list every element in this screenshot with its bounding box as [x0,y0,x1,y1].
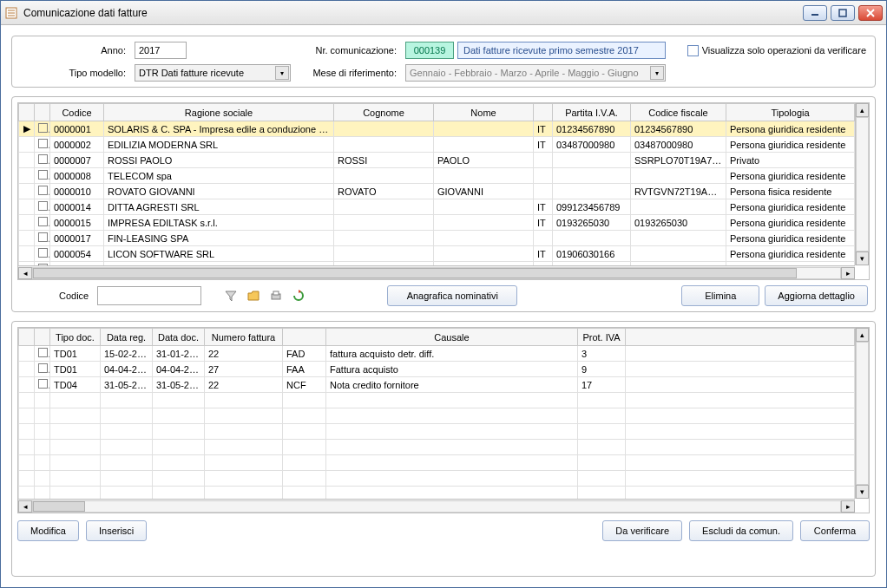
table-row[interactable]: TD0115-02-201731-01-201722FADfattura acq… [19,346,855,362]
row-indicator [19,137,35,153]
anno-input[interactable] [135,42,187,59]
table-row[interactable]: TD0431-05-201731-05-201722NCFNota credit… [19,377,855,393]
mese-select[interactable] [405,64,666,82]
scroll-up-icon[interactable]: ▴ [856,328,869,342]
table-row[interactable] [19,393,855,408]
chevron-down-icon[interactable]: ▾ [650,66,664,80]
nr-com-label: Nr. comunicazione: [296,45,400,56]
print-icon[interactable] [267,287,285,304]
elimina-button[interactable]: Elimina [681,285,759,306]
column-header[interactable]: Tipo doc. [50,329,101,346]
scroll-down-icon[interactable]: ▾ [856,485,869,499]
row-checkbox[interactable] [38,170,48,180]
window: Comunicazione dati fatture Anno: Nr. com… [0,0,887,588]
scroll-down-icon[interactable]: ▾ [856,252,869,265]
table-row[interactable]: 0000007ROSSI PAOLOROSSIPAOLOSSRPLO70T19A… [19,153,855,168]
table-row[interactable]: 0000017FIN-LEASING SPAPersona giuridica … [19,231,855,246]
column-header[interactable]: Data reg. [101,329,153,346]
table-row[interactable] [19,455,855,471]
row-checkbox[interactable] [38,154,48,164]
tipo-modello-select[interactable] [135,64,291,82]
codice-label: Codice [59,291,92,301]
column-header[interactable]: Numero fattura [205,329,283,346]
row-checkbox[interactable] [38,232,48,242]
column-header[interactable]: Ragione sociale [104,104,334,121]
modifica-button[interactable]: Modifica [17,520,79,541]
inserisci-button[interactable]: Inserisci [86,520,147,541]
codice-input[interactable] [97,286,201,305]
column-header[interactable]: Causale [326,329,578,346]
row-checkbox[interactable] [38,186,48,195]
chevron-down-icon[interactable]: ▾ [275,66,289,80]
row-checkbox[interactable] [38,201,48,211]
table-row[interactable]: 0000008TELECOM spaPersona giuridica resi… [19,168,855,184]
refresh-icon[interactable] [290,287,307,304]
column-header[interactable] [35,104,50,121]
table-row[interactable]: 0000015IMPRESA EDILTASK s.r.l.IT01932650… [19,215,855,231]
scroll-right-icon[interactable]: ▸ [841,267,855,279]
da-verificare-button[interactable]: Da verificare [602,520,682,541]
column-header[interactable] [626,329,855,346]
table-row[interactable]: 0000054LICON SOFTWARE SRLIT01906030166Pe… [19,246,855,262]
row-checkbox[interactable] [38,123,48,133]
column-header[interactable] [35,329,50,346]
column-header[interactable]: Prot. IVA [578,329,626,346]
scroll-left-icon[interactable]: ◂ [18,267,32,279]
row-indicator [19,153,35,168]
column-header[interactable]: Nome [434,104,534,121]
verify-checkbox[interactable] [687,45,699,56]
maximize-button[interactable] [831,5,855,21]
column-header[interactable] [534,104,553,121]
app-icon [4,6,18,20]
row-checkbox[interactable] [38,139,48,148]
scroll-up-icon[interactable]: ▴ [856,103,869,117]
table-row[interactable]: ▶0000001SOLARIS & C. SPA - Impresa edile… [19,121,855,137]
row-checkbox[interactable] [38,379,48,389]
row-indicator: ▶ [19,121,35,137]
table-row[interactable] [19,440,855,455]
vertical-scrollbar[interactable]: ▴ ▾ [855,103,869,265]
scroll-left-icon[interactable]: ◂ [18,500,32,513]
column-header[interactable]: Partita I.V.A. [553,104,631,121]
table-row[interactable]: 0000010ROVATO GIOVANNIROVATOGIOVANNIRVTG… [19,184,855,199]
column-header[interactable] [19,329,35,346]
column-header[interactable]: Codice fiscale [631,104,726,121]
table-row[interactable] [19,471,855,487]
column-header[interactable]: Tipologia [726,104,855,121]
footer-buttons: Modifica Inserisci Da verificare Escludi… [17,513,870,541]
detail-grid[interactable]: Tipo doc.Data reg.Data doc.Numero fattur… [17,327,870,513]
table-row[interactable] [19,487,855,500]
row-checkbox[interactable] [38,363,48,373]
filter-icon[interactable] [222,287,240,304]
filter-panel: Anno: Nr. comunicazione: 000139 Dati fat… [11,36,876,88]
minimize-button[interactable] [803,5,827,21]
row-checkbox[interactable] [38,348,48,357]
table-row[interactable]: 0000014DITTA AGRESTI SRLIT099123456789Pe… [19,199,855,215]
mese-label: Mese di riferimento: [296,68,400,78]
vertical-scrollbar[interactable]: ▴ ▾ [855,328,869,499]
main-grid[interactable]: CodiceRagione socialeCognomeNomePartita … [17,102,870,280]
horizontal-scrollbar[interactable]: ◂ ▸ [18,265,855,279]
aggiorna-button[interactable]: Aggiorna dettaglio [765,285,868,306]
row-checkbox[interactable] [38,217,48,226]
close-button[interactable] [858,5,883,21]
scroll-right-icon[interactable]: ▸ [841,500,855,513]
row-checkbox[interactable] [38,248,48,258]
verify-checkbox-wrap[interactable]: Visualizza solo operazioni da verificare [687,45,866,56]
column-header[interactable]: Data doc. [153,329,205,346]
column-header[interactable]: Cognome [334,104,434,121]
tipo-modello-label: Tipo modello: [21,68,129,78]
column-header[interactable] [283,329,326,346]
table-row[interactable] [19,408,855,424]
column-header[interactable] [19,104,35,121]
table-row[interactable] [19,424,855,440]
conferma-button[interactable]: Conferma [800,520,870,541]
row-indicator [19,246,35,262]
anagrafica-button[interactable]: Anagrafica nominativi [387,285,517,306]
table-row[interactable]: 0000002EDILIZIA MODERNA SRLIT03487000980… [19,137,855,153]
table-row[interactable]: TD0104-04-201704-04-201727FAAFattura acq… [19,362,855,377]
escludi-button[interactable]: Escludi da comun. [689,520,793,541]
folder-icon[interactable] [245,287,262,304]
horizontal-scrollbar[interactable]: ◂ ▸ [18,499,855,513]
column-header[interactable]: Codice [50,104,104,121]
